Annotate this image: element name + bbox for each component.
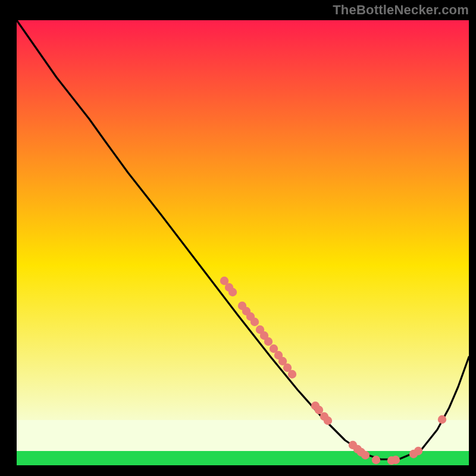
data-marker	[361, 451, 369, 459]
attribution-text: TheBottleNecker.com	[333, 2, 469, 18]
data-marker	[228, 288, 237, 296]
data-marker	[264, 337, 273, 346]
data-marker	[392, 456, 400, 464]
pale-yellow-band	[17, 420, 469, 451]
bottleneck-chart	[0, 0, 476, 476]
data-marker	[324, 416, 332, 425]
data-marker	[438, 415, 446, 424]
plot-gradient	[17, 20, 469, 465]
chart-container: { "attribution": "TheBottleNecker.com", …	[0, 0, 476, 476]
data-marker	[372, 456, 380, 464]
data-marker	[250, 318, 259, 326]
data-marker	[414, 447, 422, 455]
data-marker	[288, 370, 296, 378]
